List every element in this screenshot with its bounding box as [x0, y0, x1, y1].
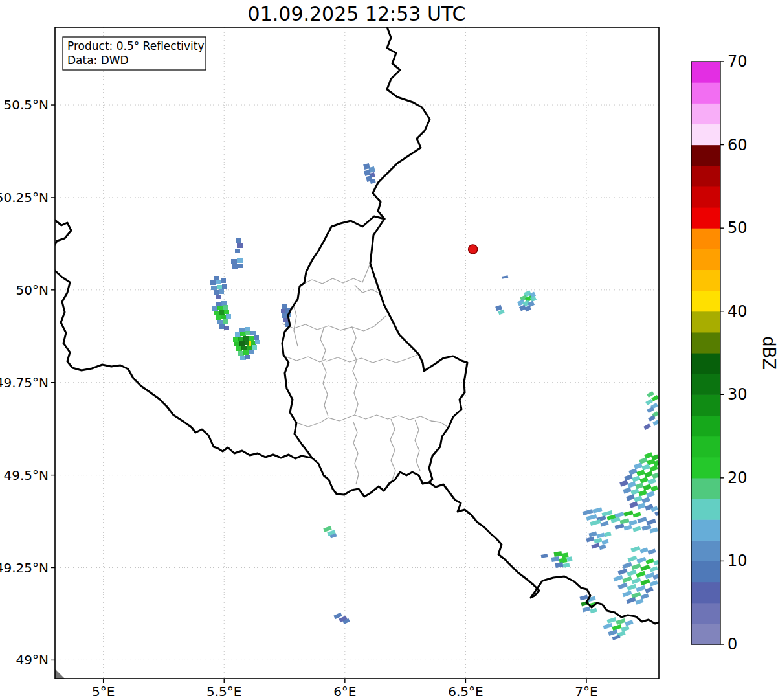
x-tick-label: 5°E	[92, 684, 115, 699]
echo-bin	[249, 341, 251, 346]
echo-bin	[245, 355, 250, 359]
colorbar-segment	[691, 603, 720, 624]
echo-bin	[214, 290, 219, 295]
echo-bin	[238, 351, 244, 356]
echo-bin	[252, 345, 257, 350]
echo-bin	[236, 346, 242, 351]
map-background	[55, 27, 659, 679]
echo-bin	[247, 345, 252, 350]
plot-title: 01.09.2025 12:53 UTC	[248, 3, 466, 25]
echo-bin	[226, 314, 231, 319]
echo-bin	[232, 264, 238, 269]
echo-bin	[231, 259, 237, 264]
echo-bin	[243, 336, 249, 341]
echo-bin	[217, 320, 223, 324]
echo-bin	[235, 332, 241, 337]
colorbar-tick-label: 40	[728, 302, 748, 321]
echo-bin	[566, 556, 572, 561]
colorbar-segment	[691, 519, 720, 541]
echo-bin	[239, 328, 245, 332]
colorbar-tick-label: 60	[728, 136, 748, 154]
info-box: Product: 0.5° Reflectivity Data: DWD	[63, 37, 206, 70]
colorbar-segment	[691, 353, 720, 374]
colorbar-segment	[691, 228, 720, 249]
echo-bin	[236, 238, 241, 243]
echo-bin	[235, 249, 240, 253]
colorbar-segment	[691, 415, 720, 436]
colorbar-segment	[691, 394, 720, 416]
colorbar-segment	[691, 478, 720, 499]
colorbar-tick-label: 50	[728, 219, 748, 237]
echo-bin	[254, 335, 259, 340]
y-tick-label: 49°N	[16, 652, 49, 668]
echo-bin	[243, 350, 249, 355]
colorbar-segment	[691, 207, 720, 229]
echo-bin	[241, 346, 247, 350]
echo-bin	[255, 340, 260, 344]
y-tick-label: 50°N	[16, 282, 49, 298]
echo-bin	[237, 243, 243, 248]
x-tick-label: 6°E	[333, 684, 356, 699]
echo-bin	[238, 264, 243, 268]
colorbar-axis-label: dBZ	[759, 336, 778, 370]
echo-bin	[282, 304, 287, 309]
colorbar-segment	[691, 582, 720, 604]
echo-bin	[221, 301, 227, 306]
colorbar-segment	[691, 269, 720, 291]
echo-bin	[223, 319, 228, 324]
echo-bin	[216, 295, 221, 299]
radar-site-dot	[469, 245, 478, 254]
colorbar-segment	[691, 561, 720, 582]
colorbar-tick-label: 0	[728, 635, 737, 653]
colorbar-ticks: 010203040506070	[720, 52, 748, 653]
colorbar-segment	[691, 62, 720, 83]
echo-bin	[216, 315, 221, 320]
colorbar-segment	[691, 145, 720, 166]
y-tick-label: 50.5°N	[4, 97, 49, 113]
echo-bin	[240, 332, 246, 336]
radar-figure: 5°E5.5°E6°E6.5°E7°E50.5°N50.25°N50°N49.7…	[0, 0, 778, 700]
echo-bin	[224, 326, 229, 330]
colorbar-tick-label: 70	[728, 52, 748, 71]
echo-bin	[211, 286, 217, 290]
echo-bin	[240, 356, 246, 360]
y-tick-label: 50.25°N	[0, 190, 49, 205]
y-tick-label: 49.25°N	[0, 560, 49, 576]
colorbar-segment	[691, 332, 720, 354]
colorbar-segment	[691, 311, 720, 333]
echo-bin	[212, 306, 218, 311]
echo-bin	[223, 305, 228, 310]
echo-bin	[221, 315, 227, 319]
colorbar-tick-label: 10	[728, 552, 748, 570]
echo-bin	[233, 337, 239, 342]
colorbar-segment	[691, 624, 720, 645]
echo-bin	[249, 350, 254, 354]
echo-bin	[210, 280, 216, 285]
echo-bin	[221, 278, 226, 283]
y-tick-label: 49.75°N	[0, 375, 49, 390]
echo-bin	[217, 306, 223, 310]
colorbar-segment	[691, 249, 720, 270]
info-box-product: Product: 0.5° Reflectivity	[67, 40, 205, 52]
echo-bin	[249, 336, 254, 341]
colorbar	[691, 62, 720, 645]
x-tick-label: 6.5°E	[448, 684, 483, 699]
colorbar-segment	[691, 124, 720, 145]
echo-bin	[250, 331, 256, 335]
echo-bin	[234, 342, 240, 346]
colorbar-segment	[691, 103, 720, 124]
x-tick-label: 7°E	[575, 684, 597, 699]
echo-bin	[219, 324, 225, 329]
colorbar-segment	[691, 436, 720, 458]
x-tick-label: 5.5°E	[206, 684, 241, 699]
echo-bin	[217, 285, 223, 289]
colorbar-segment	[691, 186, 720, 208]
y-tick-label: 49.5°N	[4, 468, 49, 483]
colorbar-segment	[691, 457, 720, 479]
echo-bin	[216, 302, 222, 306]
echo-bin	[238, 337, 244, 341]
echo-bin	[219, 310, 225, 315]
colorbar-segment	[691, 499, 720, 520]
radar-map-svg: 5°E5.5°E6°E6.5°E7°E50.5°N50.25°N50°N49.7…	[0, 0, 778, 700]
echo-bin	[224, 310, 229, 314]
